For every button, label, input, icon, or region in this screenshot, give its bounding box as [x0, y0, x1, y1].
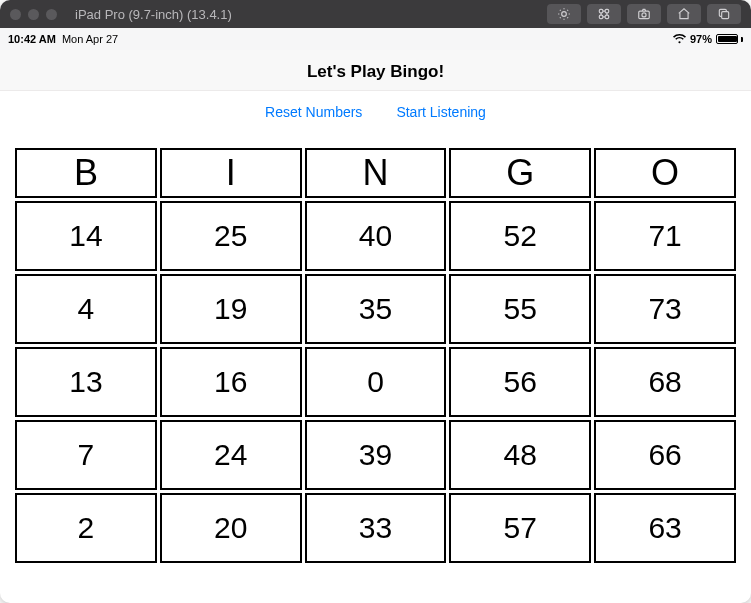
close-window-icon[interactable]	[10, 9, 21, 20]
svg-rect-3	[599, 15, 603, 19]
simulator-toolbar	[547, 4, 741, 24]
bingo-header-row: B I N G O	[15, 148, 736, 198]
bingo-cell[interactable]: 63	[594, 493, 736, 563]
copy-button[interactable]	[707, 4, 741, 24]
mac-titlebar: iPad Pro (9.7-inch) (13.4.1)	[0, 0, 751, 28]
home-button[interactable]	[667, 4, 701, 24]
bingo-header-cell: I	[160, 148, 302, 198]
svg-rect-7	[722, 12, 729, 19]
simulator-title: iPad Pro (9.7-inch) (13.4.1)	[75, 7, 232, 22]
bingo-cell[interactable]: 7	[15, 420, 157, 490]
bingo-cell[interactable]: 2	[15, 493, 157, 563]
bingo-cell[interactable]: 25	[160, 201, 302, 271]
bingo-row: 1425405271	[15, 201, 736, 271]
bingo-free-cell[interactable]: 0	[305, 347, 447, 417]
bingo-row: 131605668	[15, 347, 736, 417]
wifi-icon	[673, 34, 686, 44]
brightness-button[interactable]	[547, 4, 581, 24]
svg-rect-5	[639, 11, 650, 19]
bingo-cell[interactable]: 71	[594, 201, 736, 271]
bingo-cell[interactable]: 55	[449, 274, 591, 344]
bingo-cell[interactable]: 24	[160, 420, 302, 490]
keyboard-shortcuts-button[interactable]	[587, 4, 621, 24]
bingo-cell[interactable]: 16	[160, 347, 302, 417]
bingo-table: B I N G O 142540527141935557313160566872…	[12, 145, 739, 566]
bingo-header-cell: B	[15, 148, 157, 198]
bingo-cell[interactable]: 33	[305, 493, 447, 563]
simulator-window: iPad Pro (9.7-inch) (13.4.1) 10:42 AM Mo…	[0, 0, 751, 603]
svg-rect-2	[605, 9, 609, 13]
bingo-cell[interactable]: 48	[449, 420, 591, 490]
bingo-cell[interactable]: 52	[449, 201, 591, 271]
bingo-cell[interactable]: 56	[449, 347, 591, 417]
bingo-cell[interactable]: 35	[305, 274, 447, 344]
battery-percent: 97%	[690, 33, 712, 45]
bingo-cell[interactable]: 13	[15, 347, 157, 417]
bingo-row: 220335763	[15, 493, 736, 563]
bingo-row: 724394866	[15, 420, 736, 490]
minimize-window-icon[interactable]	[28, 9, 39, 20]
bingo-header-cell: O	[594, 148, 736, 198]
window-controls[interactable]	[10, 9, 57, 20]
bingo-cell[interactable]: 66	[594, 420, 736, 490]
reset-numbers-button[interactable]: Reset Numbers	[265, 104, 362, 120]
screenshot-button[interactable]	[627, 4, 661, 24]
bingo-cell[interactable]: 4	[15, 274, 157, 344]
bingo-cell[interactable]: 14	[15, 201, 157, 271]
svg-rect-1	[599, 9, 603, 13]
battery-icon	[716, 34, 743, 44]
app-nav-bar: Let's Play Bingo!	[0, 50, 751, 91]
status-date: Mon Apr 27	[62, 33, 118, 45]
svg-point-6	[642, 13, 646, 17]
status-time: 10:42 AM	[8, 33, 56, 45]
bingo-row: 419355573	[15, 274, 736, 344]
ios-status-bar: 10:42 AM Mon Apr 27 97%	[0, 28, 751, 50]
bingo-cell[interactable]: 19	[160, 274, 302, 344]
bingo-cell[interactable]: 73	[594, 274, 736, 344]
bingo-cell[interactable]: 40	[305, 201, 447, 271]
page-title: Let's Play Bingo!	[0, 62, 751, 82]
actions-row: Reset Numbers Start Listening	[0, 91, 751, 129]
bingo-header-cell: G	[449, 148, 591, 198]
start-listening-button[interactable]: Start Listening	[396, 104, 486, 120]
zoom-window-icon[interactable]	[46, 9, 57, 20]
bingo-cell[interactable]: 68	[594, 347, 736, 417]
bingo-cell[interactable]: 57	[449, 493, 591, 563]
svg-point-0	[562, 12, 567, 17]
bingo-header-cell: N	[305, 148, 447, 198]
bingo-cell[interactable]: 20	[160, 493, 302, 563]
bingo-board: B I N G O 142540527141935557313160566872…	[0, 129, 751, 566]
bingo-body: 1425405271419355573131605668724394866220…	[15, 201, 736, 563]
bingo-cell[interactable]: 39	[305, 420, 447, 490]
svg-rect-4	[605, 15, 609, 19]
